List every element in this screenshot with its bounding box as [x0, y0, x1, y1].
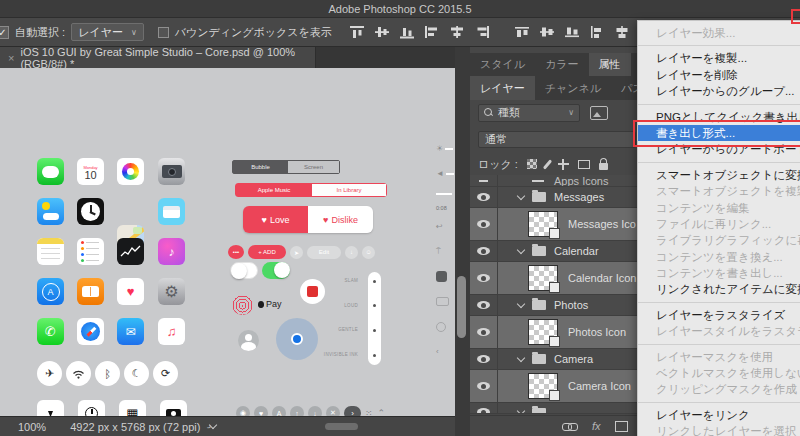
toggle-knob: [274, 262, 290, 278]
link-layers-icon[interactable]: [562, 422, 578, 430]
lock-move-icon[interactable]: [558, 159, 569, 170]
chevron-down-icon[interactable]: [517, 406, 525, 414]
layer-name[interactable]: Camera: [554, 353, 593, 365]
menu-item-duplicate-layer[interactable]: レイヤーを複製...: [638, 50, 800, 66]
menu-item-create-clipping-mask: クリッピングマスクを作成: [638, 381, 800, 397]
distribute-top-icon[interactable]: [513, 24, 531, 40]
menu-item-convert-to-smart-object[interactable]: スマートオブジェクトに変換: [638, 167, 800, 183]
layer-filter-dropdown[interactable]: 種類 ∨: [478, 104, 580, 122]
visibility-toggle[interactable]: [470, 187, 498, 207]
align-right-icon[interactable]: [473, 24, 491, 40]
drawer-forward-button: ›: [344, 406, 361, 416]
tab-styles[interactable]: スタイル: [470, 53, 535, 76]
blend-mode-dropdown[interactable]: 通常: [478, 131, 636, 148]
align-left-icon[interactable]: [423, 24, 441, 40]
layer-name[interactable]: Messages: [554, 191, 604, 203]
visibility-toggle[interactable]: [470, 208, 498, 240]
menu-item-delete-layer[interactable]: レイヤーを削除: [638, 67, 800, 83]
keyboard-icon: [436, 271, 447, 282]
chevron-down-icon[interactable]: [517, 299, 525, 307]
layer-thumbnail[interactable]: [528, 265, 558, 291]
layer-name[interactable]: Messages Ico: [568, 218, 636, 230]
align-bottom-icon[interactable]: [398, 24, 416, 40]
visibility-toggle[interactable]: [470, 403, 498, 413]
moon-icon: ☾: [132, 367, 142, 380]
canvas[interactable]: Monday 10 ♪ A ♥ ⚙ ✆ ✉ ♫ ✈: [0, 68, 455, 416]
calculator-icon: ▦: [126, 406, 138, 416]
utility-calculator: ▦: [119, 400, 146, 416]
effect-slider-track: [368, 272, 381, 365]
visibility-toggle[interactable]: [470, 370, 498, 402]
lock-artboard-icon[interactable]: [578, 160, 590, 169]
layer-name[interactable]: Photos: [554, 299, 588, 311]
eye-icon: [477, 328, 490, 336]
auto-select-checkbox[interactable]: ✓: [0, 26, 9, 39]
align-vertical-center-icon[interactable]: [373, 24, 391, 40]
layer-name[interactable]: Photos Icon: [568, 326, 626, 338]
status-chevron-icon[interactable]: ›: [209, 421, 217, 429]
layer-thumbnail[interactable]: [528, 319, 558, 345]
vertical-scrollbar-thumb[interactable]: [457, 276, 466, 338]
tab-properties[interactable]: 属性: [589, 53, 631, 76]
bounding-box-checkbox[interactable]: [158, 27, 169, 38]
chevron-down-icon[interactable]: [517, 191, 525, 199]
menu-item-export-as[interactable]: 書き出し形式...: [638, 125, 800, 141]
chevron-down-icon[interactable]: [517, 353, 525, 361]
menu-item-layer-effects: レイヤー効果...: [638, 25, 800, 41]
distribute-bottom-icon[interactable]: [563, 24, 581, 40]
search-icon: [484, 108, 493, 117]
segmented-apple-music: Apple Music In Library: [235, 183, 387, 197]
edit-button: Edit: [307, 246, 341, 259]
lock-transparency-icon[interactable]: [527, 159, 537, 169]
visibility-toggle[interactable]: [470, 316, 498, 348]
menu-item-convert-to-linked-item[interactable]: リンクされたアイテムに変換...: [638, 281, 800, 297]
eye-icon: [477, 355, 490, 363]
camera-icon: [166, 409, 181, 417]
menu-item-rasterize-layer[interactable]: レイヤーをラスタライズ: [638, 307, 800, 323]
volume-icon: ◄: [436, 169, 444, 178]
utility-camera: [160, 400, 187, 416]
time-label: 0:08: [436, 205, 447, 211]
horizontal-scrollbar-thumb[interactable]: [325, 423, 358, 430]
visibility-toggle[interactable]: [470, 349, 498, 369]
app-icon-clock: [77, 198, 104, 225]
menu-item-artboard-from-layers[interactable]: レイヤーからのアートボード...: [638, 141, 800, 157]
layer-name[interactable]: Calendar: [554, 245, 599, 257]
tab-color[interactable]: カラー: [535, 53, 589, 76]
lock-brush-icon[interactable]: [543, 159, 552, 169]
visibility-toggle[interactable]: [470, 241, 498, 261]
zoom-level[interactable]: 100%: [18, 421, 46, 433]
layer-name[interactable]: Calendar Icon: [568, 272, 637, 284]
visibility-toggle[interactable]: [470, 295, 498, 315]
visibility-toggle[interactable]: [470, 262, 498, 294]
layer-style-button[interactable]: fx: [592, 420, 601, 432]
visibility-toggle[interactable]: [470, 175, 498, 186]
effect-label-slam: SLAM: [300, 278, 358, 303]
tab-layers[interactable]: レイヤー: [470, 76, 535, 100]
menu-item-quick-export-png[interactable]: PNGとしてクイック書き出し: [638, 109, 800, 125]
menu-separator: [638, 344, 800, 345]
chevron-down-icon[interactable]: [517, 245, 525, 253]
document-tab[interactable]: × iOS 10 GUI by Great Simple Studio – Co…: [0, 47, 316, 68]
menu-separator: [638, 104, 800, 105]
menu-item-link-layers[interactable]: レイヤーをリンク: [638, 407, 800, 423]
lock-all-icon[interactable]: [599, 163, 608, 170]
distribute-horizontal-center-icon[interactable]: [613, 24, 631, 40]
window-title: Adobe Photoshop CC 2015.5: [0, 0, 800, 18]
layer-name[interactable]: Camera Icon: [568, 380, 631, 392]
layer-thumbnail[interactable]: [528, 211, 558, 237]
segmented-bubble-screen: Bubble Screen: [232, 160, 340, 174]
menu-item-group-from-layers[interactable]: レイヤーからのグループ...: [638, 83, 800, 99]
auto-select-target-dropdown[interactable]: レイヤー ∨: [71, 23, 144, 41]
chevron-down-icon: ∨: [131, 28, 137, 37]
align-horizontal-center-icon[interactable]: [448, 24, 466, 40]
layer-thumbnail[interactable]: [528, 373, 558, 399]
distribute-left-icon[interactable]: [588, 24, 606, 40]
tab-channels[interactable]: チャンネル: [535, 76, 611, 100]
align-top-icon[interactable]: [348, 24, 366, 40]
close-icon[interactable]: ×: [8, 52, 14, 64]
filter-image-icon[interactable]: [590, 106, 608, 120]
distribute-vertical-center-icon[interactable]: [538, 24, 556, 40]
layer-mask-icon[interactable]: [615, 421, 628, 432]
rotation-lock-icon: ⟳: [161, 367, 170, 380]
